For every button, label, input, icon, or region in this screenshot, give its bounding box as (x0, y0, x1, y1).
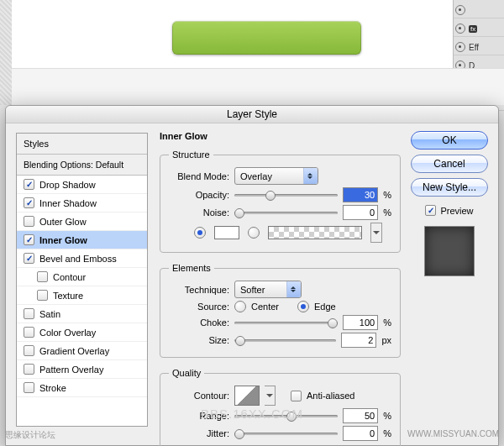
chevron-updown-icon (286, 281, 301, 297)
blend-mode-label: Blend Mode: (169, 171, 229, 181)
jitter-slider[interactable] (234, 428, 338, 439)
anti-aliased-label: Anti-aliased (307, 391, 354, 401)
style-row-bevel-and-emboss[interactable]: Bevel and Emboss (17, 249, 147, 268)
choke-label: Choke: (169, 317, 229, 328)
style-checkbox[interactable] (24, 234, 34, 245)
style-row-contour[interactable]: Contour (17, 268, 147, 286)
style-label: Stroke (39, 383, 66, 393)
style-label: Texture (53, 291, 83, 301)
gradient-dropdown-icon[interactable] (370, 223, 382, 243)
source-label: Source: (169, 302, 229, 312)
opacity-slider[interactable] (234, 189, 338, 201)
style-row-color-overlay[interactable]: Color Overlay (17, 323, 147, 342)
choke-slider[interactable] (234, 317, 338, 328)
style-label: Contour (53, 272, 86, 282)
ok-button[interactable]: OK (411, 131, 488, 150)
opacity-label: Opacity: (169, 190, 229, 200)
contour-dropdown-icon[interactable] (265, 386, 276, 406)
noise-input[interactable]: 0 (343, 205, 378, 220)
noise-unit: % (383, 207, 391, 218)
style-row-pattern-overlay[interactable]: Pattern Overlay (17, 360, 147, 379)
source-edge-radio[interactable] (297, 301, 309, 312)
style-row-texture[interactable]: Texture (17, 286, 147, 305)
source-center-radio[interactable] (234, 301, 246, 312)
range-input[interactable]: 50 (343, 408, 378, 423)
glow-gradient-swatch[interactable] (268, 226, 362, 239)
styles-header[interactable]: Styles (17, 134, 147, 155)
new-style-button[interactable]: New Style... (411, 178, 488, 197)
style-label: Gradient Overlay (39, 346, 109, 356)
style-checkbox[interactable] (24, 308, 34, 319)
source-center-label: Center (251, 302, 279, 312)
style-label: Outer Glow (39, 217, 87, 227)
size-label: Size: (169, 335, 229, 345)
blending-options-row[interactable]: Blending Options: Default (17, 155, 147, 176)
layer-style-dialog: Layer Style Styles Blending Options: Def… (5, 105, 499, 446)
contour-label: Contour: (169, 391, 229, 401)
style-checkbox[interactable] (37, 271, 48, 282)
glow-gradient-radio[interactable] (248, 227, 260, 239)
jitter-input[interactable]: 0 (343, 426, 378, 441)
style-row-inner-glow[interactable]: Inner Glow (17, 231, 147, 249)
opacity-input[interactable]: 30 (343, 187, 378, 202)
section-title: Inner Glow (160, 131, 401, 141)
range-label: Range: (169, 411, 229, 421)
style-checkbox[interactable] (24, 179, 34, 190)
quality-group: Quality Contour: Anti-aliased Range: 50 … (160, 368, 401, 446)
technique-label: Technique: (169, 285, 229, 295)
range-slider[interactable] (234, 410, 338, 422)
chevron-updown-icon (303, 168, 318, 184)
styles-panel: Styles Blending Options: Default Drop Sh… (16, 133, 148, 427)
style-checkbox[interactable] (24, 364, 34, 375)
dialog-title: Layer Style (6, 106, 498, 123)
style-checkbox[interactable] (24, 197, 34, 208)
glow-color-radio[interactable] (194, 227, 206, 239)
noise-slider[interactable] (234, 207, 338, 218)
structure-group: Structure Blend Mode: Overlay Opacity: 3… (160, 150, 401, 253)
style-label: Inner Glow (39, 235, 87, 245)
style-row-stroke[interactable]: Stroke (17, 379, 147, 397)
style-row-gradient-overlay[interactable]: Gradient Overlay (17, 342, 147, 360)
jitter-label: Jitter: (169, 428, 229, 438)
style-label: Color Overlay (39, 328, 96, 338)
style-row-drop-shadow[interactable]: Drop Shadow (17, 176, 147, 194)
style-label: Bevel and Emboss (39, 254, 117, 264)
style-checkbox[interactable] (24, 253, 34, 264)
preview-swatch (424, 226, 475, 276)
preview-checkbox[interactable] (425, 205, 436, 216)
anti-aliased-checkbox[interactable] (291, 391, 302, 401)
style-checkbox[interactable] (37, 290, 48, 301)
contour-swatch[interactable] (234, 386, 260, 406)
style-row-outer-glow[interactable]: Outer Glow (17, 213, 147, 231)
green-button-sample (172, 21, 361, 55)
structure-legend: Structure (169, 150, 213, 160)
style-row-satin[interactable]: Satin (17, 305, 147, 323)
noise-label: Noise: (169, 207, 229, 218)
range-unit: % (383, 411, 391, 421)
style-checkbox[interactable] (24, 216, 34, 227)
source-edge-label: Edge (314, 302, 336, 312)
elements-legend: Elements (169, 263, 214, 273)
size-input[interactable]: 2 (341, 333, 376, 348)
choke-unit: % (383, 317, 391, 328)
technique-select[interactable]: Softer (234, 281, 302, 298)
style-checkbox[interactable] (24, 327, 34, 338)
opacity-unit: % (383, 190, 391, 200)
glow-color-swatch[interactable] (214, 226, 239, 239)
style-label: Satin (39, 309, 60, 319)
style-label: Inner Shadow (39, 198, 97, 208)
style-row-inner-shadow[interactable]: Inner Shadow (17, 194, 147, 213)
choke-input[interactable]: 100 (343, 315, 378, 330)
jitter-unit: % (383, 428, 391, 438)
preview-label: Preview (440, 206, 473, 216)
size-slider[interactable] (234, 334, 336, 346)
elements-group: Elements Technique: Softer Source: Cente… (160, 263, 401, 358)
document-canvas: fx Eff D I B (0, 0, 504, 105)
style-checkbox[interactable] (24, 382, 34, 393)
style-checkbox[interactable] (24, 345, 34, 356)
quality-legend: Quality (169, 368, 204, 378)
blend-mode-select[interactable]: Overlay (234, 167, 318, 185)
size-unit: px (381, 335, 391, 345)
layers-panel: fx Eff D I B (453, 0, 504, 105)
cancel-button[interactable]: Cancel (411, 155, 488, 173)
